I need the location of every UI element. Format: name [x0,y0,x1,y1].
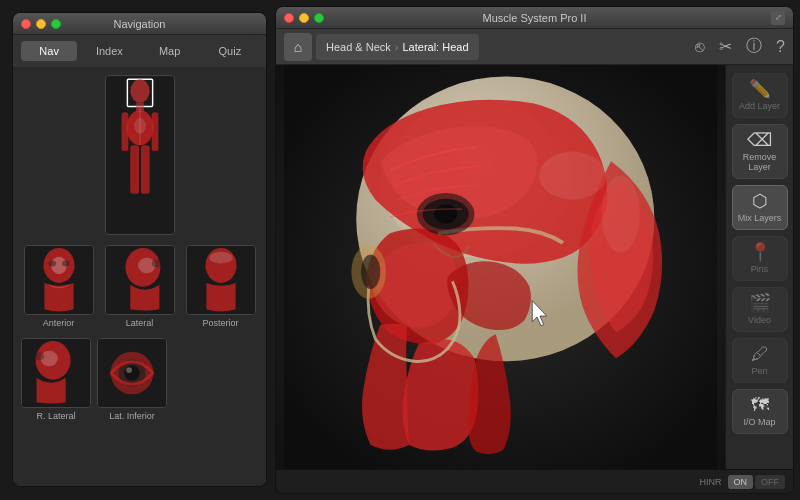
info-icon[interactable]: ⓘ [746,36,762,57]
io-map-icon: 🗺 [751,396,769,414]
breadcrumb: Head & Neck › Lateral: Head [316,34,479,60]
help-icon[interactable]: ? [776,38,785,56]
thumb-lat-inferior-label: Lat. Inferior [109,411,155,421]
svg-point-2 [130,79,149,102]
remove-layer-label: Remove Layer [737,152,783,172]
maximize-button[interactable] [51,19,61,29]
nav-window: Navigation Nav Index Map Quiz [12,12,267,487]
svg-point-31 [126,367,132,373]
mix-layers-button[interactable]: ⬡ Mix Layers [732,185,788,230]
status-bar: HINR ON OFF [276,469,793,493]
share-icon[interactable]: ⎋ [695,38,705,56]
close-button[interactable] [21,19,31,29]
pen-icon: 🖊 [751,345,769,363]
svg-rect-5 [121,112,128,151]
svg-point-40 [539,152,606,200]
svg-point-37 [434,204,457,223]
svg-point-15 [61,261,69,267]
right-sidebar: ✏️ Add Layer ⌫ Remove Layer ⬡ Mix Layers… [725,65,793,469]
thumb-anterior[interactable]: Anterior [21,245,96,328]
pins-label: Pins [751,264,769,274]
thumbnails-row1: Anterior Lateral [21,245,258,328]
nav-window-title: Navigation [114,18,166,30]
toolbar-icons: ⎋ ✂ ⓘ ? [695,36,785,57]
pins-button[interactable]: 📍 Pins [732,236,788,281]
video-button[interactable]: 🎬 Video [732,287,788,332]
main-minimize-button[interactable] [299,13,309,23]
breadcrumb-separator: › [395,41,399,53]
toggle-label: HINR [696,475,726,489]
mix-layers-label: Mix Layers [738,213,782,223]
thumb-r-lateral[interactable]: R. Lateral [21,338,91,421]
thumb-anterior-label: Anterior [43,318,75,328]
main-close-button[interactable] [284,13,294,23]
svg-point-22 [209,252,232,264]
thumb-r-lateral-box [21,338,91,408]
svg-point-39 [361,254,380,289]
tab-index[interactable]: Index [81,41,137,61]
thumb-posterior-label: Posterior [202,318,238,328]
toggle-on-button[interactable]: ON [728,475,754,489]
mix-layers-icon: ⬡ [752,192,768,210]
breadcrumb-section[interactable]: Head & Neck [326,41,391,53]
thumb-lateral[interactable]: Lateral [102,245,177,328]
pins-icon: 📍 [749,243,771,261]
svg-rect-6 [151,112,158,151]
pen-label: Pen [751,366,767,376]
main-title-bar: Muscle System Pro II ⤢ [276,7,793,29]
main-traffic-lights [284,13,324,23]
remove-layer-button[interactable]: ⌫ Remove Layer [732,124,788,179]
traffic-lights [21,19,61,29]
minimize-button[interactable] [36,19,46,29]
video-icon: 🎬 [749,294,771,312]
add-layer-button[interactable]: ✏️ Add Layer [732,73,788,118]
tab-nav[interactable]: Nav [21,41,77,61]
io-map-label: I/O Map [743,417,775,427]
main-window: Muscle System Pro II ⤢ ⌂ Head & Neck › L… [275,6,794,494]
thumbnails-row2: R. Lateral Lat. Inferior [21,338,258,421]
nav-body: Anterior Lateral [13,67,266,486]
tools-icon[interactable]: ✂ [719,37,732,56]
thumb-r-lateral-label: R. Lateral [36,411,75,421]
thumb-posterior[interactable]: Posterior [183,245,258,328]
svg-point-41 [602,176,640,253]
add-layer-label: Add Layer [739,101,780,111]
svg-point-19 [151,260,161,268]
toggle-off-button[interactable]: OFF [755,475,785,489]
svg-rect-8 [140,145,149,194]
thumb-anterior-box [24,245,94,315]
tab-map[interactable]: Map [142,41,198,61]
thumb-lateral-label: Lateral [126,318,154,328]
breadcrumb-current: Lateral: Head [402,41,468,53]
nav-tabs: Nav Index Map Quiz [13,35,266,67]
fullscreen-button[interactable]: ⤢ [771,11,785,25]
svg-point-14 [48,261,56,267]
svg-point-26 [35,353,45,361]
thumb-lat-inferior[interactable]: Lat. Inferior [97,338,167,421]
tab-quiz[interactable]: Quiz [202,41,258,61]
pen-button[interactable]: 🖊 Pen [732,338,788,383]
main-content: ✏️ Add Layer ⌫ Remove Layer ⬡ Mix Layers… [276,65,793,469]
full-body-thumbnail[interactable] [105,75,175,235]
main-maximize-button[interactable] [314,13,324,23]
anatomy-viewport[interactable] [276,65,725,469]
add-layer-icon: ✏️ [749,80,771,98]
main-toolbar: ⌂ Head & Neck › Lateral: Head ⎋ ✂ ⓘ ? [276,29,793,65]
nav-title-bar: Navigation [13,13,266,35]
hinr-toggle: HINR ON OFF [696,475,786,489]
thumb-lat-inferior-box [97,338,167,408]
home-button[interactable]: ⌂ [284,33,312,61]
video-label: Video [748,315,771,325]
remove-layer-icon: ⌫ [747,131,772,149]
main-window-title: Muscle System Pro II [483,12,587,24]
io-map-button[interactable]: 🗺 I/O Map [732,389,788,434]
svg-point-30 [124,365,140,381]
svg-rect-7 [130,145,139,194]
thumb-lateral-box [105,245,175,315]
thumb-posterior-box [186,245,256,315]
